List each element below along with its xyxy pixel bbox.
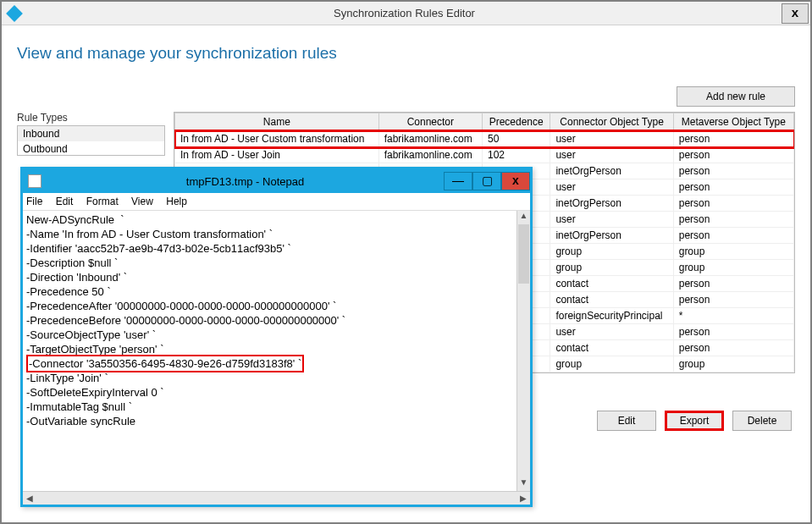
menu-help[interactable]: Help [166, 196, 187, 207]
notepad-menu: File Edit Format View Help [23, 193, 530, 211]
notepad-close-button[interactable]: x [501, 172, 530, 190]
minimize-button[interactable]: — [444, 172, 472, 190]
rule-type-inbound[interactable]: Inbound [18, 126, 164, 141]
menu-view[interactable]: View [131, 196, 153, 207]
scroll-up-icon[interactable]: ▲ [517, 211, 530, 224]
scroll-left-icon[interactable]: ◀ [23, 494, 36, 503]
scrollbar-horizontal[interactable]: ◀ ▶ [23, 491, 530, 505]
menu-format[interactable]: Format [86, 196, 119, 207]
titlebar: Synchronization Rules Editor x [2, 2, 810, 25]
scroll-down-icon[interactable]: ▼ [517, 477, 530, 491]
grid-col-0[interactable]: Name [175, 113, 379, 131]
rule-type-outbound[interactable]: Outbound [18, 141, 164, 157]
maximize-button[interactable]: ▢ [472, 172, 501, 190]
add-new-rule-button[interactable]: Add new rule [677, 86, 795, 107]
notepad-titlebar[interactable]: tmpFD13.tmp - Notepad — ▢ x [23, 169, 530, 193]
edit-button[interactable]: Edit [597, 411, 656, 431]
notepad-window: tmpFD13.tmp - Notepad — ▢ x File Edit Fo… [20, 167, 533, 507]
grid-col-1[interactable]: Connector [378, 113, 482, 131]
grid-col-3[interactable]: Connector Object Type [550, 113, 673, 131]
scroll-thumb-v[interactable] [518, 224, 529, 284]
notepad-title: tmpFD13.tmp - Notepad [47, 175, 444, 188]
scrollbar-vertical[interactable]: ▲ ▼ [516, 211, 530, 491]
window-title: Synchronization Rules Editor [27, 7, 782, 19]
connector-line-highlight: -Connector '3a550356-6495-4830-9e26-d759… [26, 355, 304, 372]
close-button[interactable]: x [782, 3, 809, 24]
page-heading: View and manage your synchronization rul… [17, 44, 795, 63]
grid-col-2[interactable]: Precedence [482, 113, 550, 131]
export-button[interactable]: Export [665, 411, 724, 431]
rule-types-label: Rule Types [17, 112, 165, 124]
menu-file[interactable]: File [26, 196, 42, 207]
scroll-right-icon[interactable]: ▶ [516, 494, 530, 503]
notepad-icon [28, 174, 41, 188]
notepad-text-area[interactable]: New-ADSyncRule `-Name 'In from AD - User… [23, 211, 516, 491]
menu-edit[interactable]: Edit [56, 196, 74, 207]
table-row[interactable]: In from AD - User Joinfabrikamonline.com… [175, 147, 794, 163]
grid-col-4[interactable]: Metaverse Object Type [673, 113, 793, 131]
app-icon [7, 6, 22, 21]
rule-types-list: Inbound Outbound [17, 125, 165, 156]
table-row[interactable]: In from AD - User Custom transformationf… [175, 131, 794, 147]
delete-button[interactable]: Delete [732, 411, 792, 431]
